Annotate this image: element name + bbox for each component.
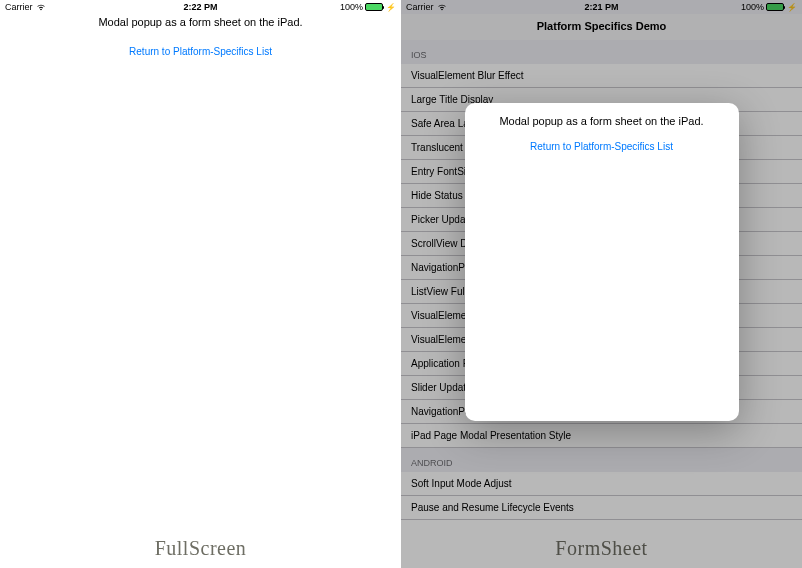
modal-title: Modal popup as a form sheet on the iPad. <box>0 14 401 28</box>
charging-icon: ⚡ <box>386 3 396 12</box>
return-link[interactable]: Return to Platform-Specifics List <box>0 28 401 57</box>
status-bar-left: Carrier 2:22 PM 100% ⚡ <box>0 0 401 14</box>
carrier-label: Carrier <box>5 2 33 12</box>
form-sheet-modal: Modal popup as a form sheet on the iPad.… <box>465 103 739 421</box>
battery-icon <box>365 3 383 11</box>
caption-fullscreen: FullScreen <box>155 537 247 560</box>
battery-percent: 100% <box>340 2 363 12</box>
formsheet-panel: Carrier 2:21 PM 100% ⚡ Platform Specific… <box>401 0 802 568</box>
fullscreen-panel: Carrier 2:22 PM 100% ⚡ Modal popup as a … <box>0 0 401 568</box>
status-time: 2:22 PM <box>183 2 217 12</box>
wifi-icon <box>36 3 46 11</box>
modal-title: Modal popup as a form sheet on the iPad. <box>465 103 739 127</box>
return-link[interactable]: Return to Platform-Specifics List <box>465 127 739 152</box>
